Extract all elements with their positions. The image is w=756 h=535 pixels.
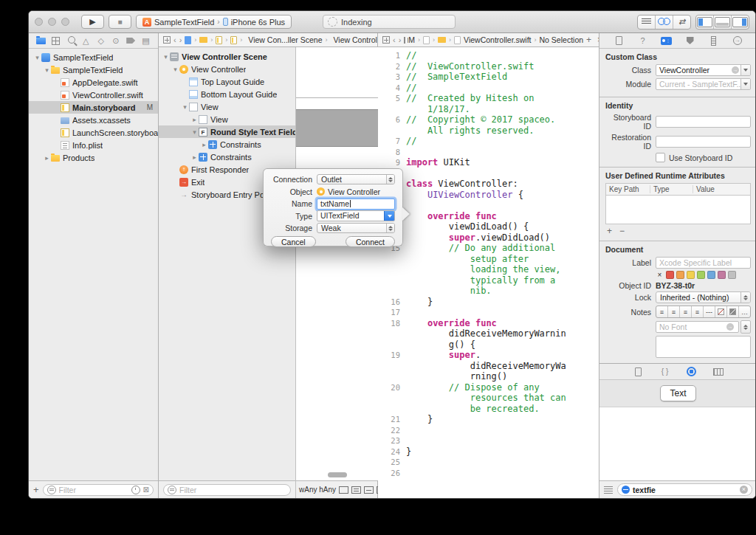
source-control-status-icon[interactable]: ⊠ — [143, 486, 149, 494]
align-right-button[interactable]: ≡ — [680, 306, 692, 317]
quick-help-inspector-tab[interactable]: ? — [637, 35, 649, 46]
restoration-id-field[interactable] — [656, 136, 751, 148]
pin-button[interactable] — [364, 486, 374, 494]
breadcrumb-scene[interactable]: View Con...ller Scene — [248, 35, 322, 44]
related-items-icon[interactable] — [382, 36, 390, 44]
notes-text-area[interactable] — [656, 336, 751, 358]
outline-row-view[interactable]: ▾View — [159, 100, 295, 113]
remove-attribute-button[interactable]: − — [619, 226, 625, 236]
size-class-control[interactable]: wAny hAny — [299, 486, 336, 494]
disclosure-triangle[interactable]: ▾ — [181, 103, 189, 111]
disclosure-triangle[interactable]: ▸ — [190, 116, 199, 123]
go-forward-button[interactable]: › — [179, 35, 182, 44]
disclosure-triangle[interactable]: ▾ — [171, 66, 179, 73]
use-storyboard-id-checkbox[interactable] — [656, 153, 665, 162]
file-row-sampletextfield[interactable]: ▾SampleTextField — [29, 63, 158, 76]
dashes-button[interactable]: --- — [704, 306, 715, 317]
label-color-swatch[interactable] — [697, 271, 705, 279]
selected-text-field-region[interactable] — [296, 109, 378, 147]
disclosure-triangle[interactable]: ▾ — [43, 66, 51, 74]
no-fill-button[interactable] — [715, 306, 727, 317]
source-code-editor[interactable]: 1//2// ViewController.swift3// SampleTex… — [378, 47, 599, 498]
breadcrumb-selection[interactable]: No Selection — [540, 35, 584, 44]
align-justify-button[interactable]: ≡ — [692, 306, 704, 317]
toggle-debug-area-button[interactable] — [714, 15, 732, 29]
storage-popup[interactable]: Weak — [317, 223, 395, 233]
breadcrumb-swift-file-icon[interactable] — [454, 36, 461, 44]
breadcrumb-folder-icon[interactable] — [438, 37, 446, 43]
identity-inspector-tab[interactable] — [661, 35, 673, 46]
standard-editor-button[interactable] — [638, 15, 656, 29]
embed-in-stack-button[interactable] — [339, 486, 348, 494]
minimize-window-button[interactable] — [48, 18, 56, 26]
class-combo-box[interactable]: ViewController — [656, 64, 751, 76]
align-button[interactable] — [351, 486, 361, 494]
breadcrumb-view-controller[interactable]: View Controller — [334, 35, 377, 44]
breadcrumb-file-name[interactable]: ViewController.swift — [464, 35, 531, 44]
more-text-options-button[interactable]: … — [739, 306, 750, 317]
project-navigator-tab[interactable] — [35, 35, 47, 46]
assistant-mode-icon[interactable] — [404, 37, 405, 44]
assistant-mode-label[interactable]: M — [408, 35, 415, 44]
add-assistant-editor-button[interactable]: + — [586, 35, 591, 45]
connection-popup[interactable]: Outlet — [317, 174, 395, 184]
toggle-utilities-button[interactable] — [732, 15, 749, 29]
file-row-main-storyboard[interactable]: Main.storyboardM — [29, 101, 158, 114]
outline-filter-field[interactable]: Filter — [163, 484, 291, 496]
label-color-swatch[interactable] — [718, 271, 726, 279]
search-navigator-tab[interactable] — [66, 35, 77, 46]
outline-row-view-controller[interactable]: ▾View Controller — [159, 63, 295, 75]
assistant-editor-button[interactable] — [656, 15, 673, 29]
outline-row-constraints[interactable]: ▸Constraints — [159, 138, 295, 151]
library-view-toggle-icon[interactable] — [604, 486, 613, 494]
class-dropdown-button[interactable] — [740, 65, 750, 75]
attributes-inspector-tab[interactable] — [684, 35, 696, 46]
no-color-swatch[interactable]: × — [656, 271, 664, 279]
clear-search-icon[interactable] — [740, 486, 748, 494]
run-button[interactable]: ▶ — [81, 15, 104, 29]
resolve-auto-layout-button[interactable] — [377, 486, 378, 494]
breadcrumb-project-icon[interactable] — [185, 36, 191, 44]
add-attribute-button[interactable]: + — [607, 226, 612, 236]
notes-font-field[interactable]: No Font — [656, 321, 739, 333]
canvas-horizontal-scrollbar[interactable] — [328, 472, 347, 477]
scheme-selector[interactable]: SampleTextField › iPhone 6s Plus — [136, 15, 292, 29]
file-template-library-tab[interactable] — [633, 366, 645, 377]
breadcrumb-storyboard-base-icon[interactable] — [230, 36, 237, 44]
cancel-button[interactable]: Cancel — [271, 236, 316, 247]
outline-row-top-layout-guide[interactable]: Top Layout Guide — [159, 75, 295, 88]
storyboard-id-field[interactable] — [656, 116, 751, 128]
test-navigator-tab[interactable]: ◇ — [95, 35, 106, 46]
disclosure-triangle[interactable]: ▾ — [190, 128, 199, 136]
go-back-button[interactable]: ‹ — [173, 35, 176, 44]
type-combo-box[interactable]: UITextField — [317, 210, 395, 221]
font-picker-icon[interactable] — [726, 323, 734, 331]
code-snippet-library-tab[interactable]: { } — [659, 366, 671, 377]
label-color-swatch[interactable] — [676, 271, 684, 279]
media-library-tab[interactable] — [712, 366, 724, 377]
runtime-attributes-table[interactable] — [605, 195, 751, 224]
stop-button[interactable]: ■ — [109, 15, 131, 29]
label-color-swatch[interactable] — [728, 271, 736, 279]
breadcrumb-storyboard-icon[interactable] — [216, 36, 222, 44]
align-center-button[interactable]: ≡ — [668, 306, 680, 317]
recent-files-icon[interactable] — [131, 486, 140, 494]
outline-row-view-controller-scene[interactable]: ▾View Controller Scene — [159, 50, 295, 63]
storyboard-canvas[interactable] — [296, 47, 378, 480]
file-inspector-tab[interactable] — [614, 35, 625, 46]
toggle-navigator-button[interactable] — [696, 15, 714, 29]
no-fill-dark-button[interactable] — [727, 306, 739, 317]
library-search-field[interactable]: textfie — [617, 483, 752, 496]
disclosure-triangle[interactable]: ▾ — [33, 54, 41, 61]
close-window-button[interactable] — [35, 18, 43, 26]
disclosure-triangle[interactable]: ▸ — [200, 141, 208, 148]
debug-navigator-tab[interactable]: ⊙ — [110, 35, 121, 46]
connections-inspector-tab[interactable] — [732, 35, 743, 46]
file-row-assets-xcassets[interactable]: Assets.xcassets — [29, 114, 158, 126]
disclosure-triangle[interactable]: ▾ — [162, 53, 170, 61]
breakpoint-navigator-tab[interactable] — [126, 35, 137, 46]
type-dropdown-button[interactable] — [384, 211, 394, 221]
breadcrumb-file-icon[interactable] — [423, 36, 430, 44]
go-back-button[interactable]: ‹ — [393, 35, 396, 44]
size-inspector-tab[interactable] — [708, 35, 720, 46]
